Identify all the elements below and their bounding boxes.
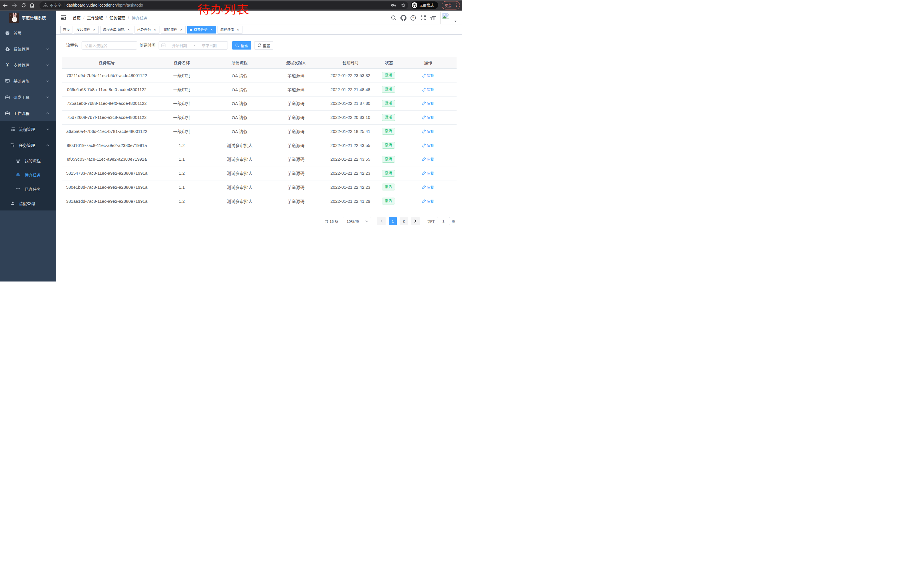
- svg-text:?: ?: [412, 16, 414, 20]
